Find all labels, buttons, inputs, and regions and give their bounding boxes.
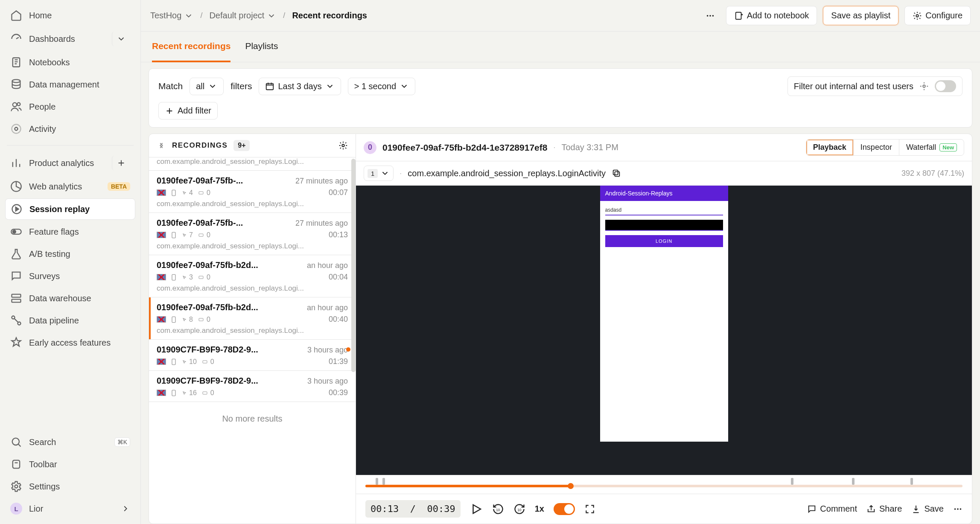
save-as-playlist-button[interactable]: Save as playlist [823, 6, 898, 25]
device-icon [170, 273, 177, 282]
configure-button[interactable]: Configure [904, 6, 971, 25]
timeline[interactable] [356, 475, 972, 494]
svg-rect-15 [13, 460, 20, 469]
nav-label: Search [29, 437, 56, 447]
internal-users-toggle[interactable] [935, 80, 956, 92]
nav-early-access[interactable]: Early access features [5, 332, 135, 353]
gear-icon[interactable] [338, 141, 348, 150]
nav-account[interactable]: L Lior [5, 498, 135, 519]
internal-users-filter[interactable]: Filter out internal and test users [788, 76, 962, 96]
plus-icon[interactable] [112, 156, 130, 170]
flag-icon [157, 274, 166, 280]
comment-button[interactable]: Comment [807, 504, 857, 514]
list-item[interactable]: 01909C7F-B9F9-78D2-9...3 hours ago 10 0 … [149, 340, 356, 371]
share-button[interactable]: Share [866, 504, 902, 514]
nav-data-pipeline[interactable]: Data pipeline [5, 310, 135, 331]
svg-rect-11 [12, 299, 21, 302]
recordings-body[interactable]: com.example.android_session_replays.Logi… [149, 157, 356, 524]
rewind-button[interactable]: 10 [492, 503, 504, 515]
save-button[interactable]: Save [911, 504, 944, 514]
svg-point-41 [954, 508, 956, 510]
pie-chart-icon [10, 180, 22, 192]
nav-data-management[interactable]: Data management [5, 74, 135, 95]
player-subheader: 1 · com.example.android_session_replays.… [356, 161, 972, 186]
gear-icon[interactable] [919, 82, 929, 91]
nav-toolbar[interactable]: Toolbar [5, 454, 135, 475]
match-label: Match [158, 81, 183, 91]
nav-ab-testing[interactable]: A/B testing [5, 244, 135, 264]
nav-home[interactable]: Home [5, 5, 135, 26]
forward-button[interactable]: 10 [513, 503, 525, 515]
keypress-count: 0 [201, 389, 214, 397]
device-icon [170, 389, 177, 397]
page-select[interactable]: 1 [364, 166, 394, 181]
svg-point-17 [706, 15, 708, 17]
speed-button[interactable]: 1x [535, 504, 544, 514]
recording-duration: 00:07 [329, 188, 348, 197]
svg-point-16 [15, 485, 18, 488]
nav-people[interactable]: People [5, 96, 135, 117]
avatar: L [10, 503, 22, 515]
recordings-title: RECORDINGS [172, 141, 228, 150]
timeline-event [376, 478, 378, 485]
divider [7, 145, 134, 146]
duration-filter[interactable]: > 1 second [348, 78, 415, 95]
page-activity: com.example.android_session_replays.Logi… [408, 169, 606, 178]
tab-playlists[interactable]: Playlists [245, 32, 278, 62]
add-filter-button[interactable]: Add filter [158, 102, 218, 119]
match-select[interactable]: all [190, 78, 224, 95]
tab-recent[interactable]: Recent recordings [152, 32, 230, 62]
flag-icon [157, 316, 166, 323]
breadcrumb-org[interactable]: TestHog [150, 11, 193, 20]
recording-activity: com.example.android_session_replays.Logi… [157, 326, 348, 335]
scrollbar[interactable] [351, 159, 356, 372]
nav-data-warehouse[interactable]: Data warehouse [5, 288, 135, 309]
add-to-notebook-button[interactable]: Add to notebook [726, 6, 817, 25]
date-filter[interactable]: Last 3 days [259, 78, 341, 95]
toggle-icon [10, 226, 22, 238]
nav-feature-flags[interactable]: Feature flags [5, 221, 135, 242]
recording-activity: com.example.android_session_replays.Logi… [157, 200, 348, 208]
nav-settings[interactable]: Settings [5, 476, 135, 497]
timeline-handle[interactable] [568, 483, 574, 489]
clicks-count: 16 [181, 389, 197, 397]
nav-label: Activity [29, 124, 56, 134]
list-item[interactable]: 0190fee7-09af-75fb-...27 minutes ago 4 0… [149, 171, 356, 213]
recording-age: an hour ago [307, 261, 348, 270]
subtabs: Recent recordings Playlists [141, 32, 980, 62]
nav-web-analytics[interactable]: Web analytics BETA [5, 176, 135, 197]
nav-session-replay[interactable]: Session replay [5, 198, 135, 220]
view-inspector[interactable]: Inspector [854, 140, 899, 155]
fullscreen-button[interactable] [584, 504, 595, 515]
nav-product-analytics[interactable]: Product analytics [5, 151, 135, 175]
nav-activity[interactable]: Activity [5, 119, 135, 139]
more-icon[interactable] [953, 504, 962, 514]
svg-rect-10 [12, 294, 21, 297]
collapse-icon[interactable] [157, 141, 166, 150]
chevron-down-icon[interactable] [112, 32, 130, 46]
list-item[interactable]: 01909C7F-B9F9-78D2-9...3 hours ago 16 0 … [149, 371, 356, 402]
list-item[interactable]: 0190fee7-09af-75fb-...27 minutes ago 7 0… [149, 213, 356, 255]
skip-toggle[interactable] [554, 503, 575, 515]
list-item[interactable]: 0190fee7-09af-75fb-b2d...an hour ago 3 0… [149, 255, 356, 297]
play-button[interactable] [470, 503, 483, 515]
session-id[interactable]: 0190fee7-09af-75fb-b2d4-1e3728917ef8 [382, 143, 547, 153]
gear-icon [10, 480, 22, 492]
list-item[interactable]: com.example.android_session_replays.Logi… [149, 157, 356, 171]
breadcrumb-project[interactable]: Default project [209, 11, 276, 20]
nav-surveys[interactable]: Surveys [5, 266, 135, 286]
svg-rect-33 [172, 359, 175, 364]
nav-label: Data pipeline [29, 316, 79, 326]
chevron-right-icon [121, 504, 130, 513]
list-item[interactable]: 0190fee7-09af-75fb-b2d...an hour ago 8 0… [149, 297, 356, 340]
chat-icon [10, 270, 22, 282]
copy-icon[interactable] [612, 169, 621, 178]
nav-notebooks[interactable]: Notebooks [5, 52, 135, 73]
more-icon[interactable] [700, 7, 720, 25]
view-waterfall[interactable]: WaterfallNew [899, 140, 964, 155]
nav-search[interactable]: Search ⌘K [5, 432, 135, 452]
nav-dashboards[interactable]: Dashboards [5, 27, 135, 50]
cursor-icon [10, 458, 22, 470]
keypress-count: 0 [201, 358, 214, 366]
view-playback[interactable]: Playback [806, 140, 854, 155]
